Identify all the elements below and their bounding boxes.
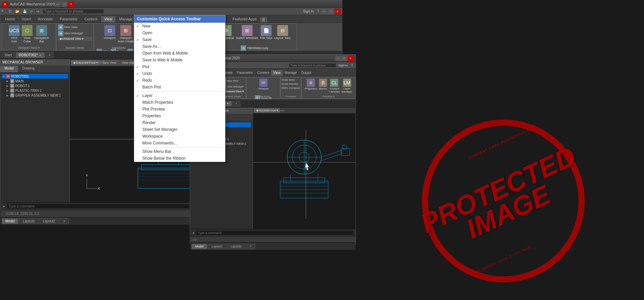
layout-tab-add[interactable]: + (59, 218, 69, 224)
qat-redo[interactable]: ↪ (35, 9, 40, 14)
w2-props-btn[interactable]: ≡ Properties (304, 78, 318, 94)
layout-tab-2[interactable]: Layout2 (39, 218, 59, 224)
switch-windows-button[interactable]: ⊞ Switch Windows (235, 24, 259, 40)
w2-layer-btn[interactable]: LM LayerManager (341, 78, 353, 94)
tab-content[interactable]: Content (81, 16, 101, 22)
help-button[interactable]: ? (316, 9, 320, 14)
doc-tab-robot[interactable]: ROBOT001* ✕ (16, 52, 45, 58)
tree-item-robot1[interactable]: ▶ R ROBOT:1 (2, 83, 68, 88)
panel-tabs: Model Drawing (0, 66, 69, 73)
w2-layout-1[interactable]: Layout1 (208, 244, 226, 249)
w2-viewport-btn[interactable]: VP Viewport (258, 78, 269, 91)
w2-close[interactable]: ✕ (347, 56, 354, 61)
w2-tab-parametric[interactable]: Parametric (235, 70, 255, 76)
close-button[interactable]: ✕ (68, 1, 74, 7)
minimize-button[interactable]: ─ (55, 1, 61, 7)
w2-tab-view[interactable]: View (271, 70, 283, 76)
w2-dwg-compare-btn[interactable]: DWG Compare (281, 86, 301, 90)
w2-scale-area-btn[interactable]: Scale Area (281, 78, 301, 82)
viewport-auto-create-button[interactable]: ⊞ ViewportAuto Create (117, 24, 135, 44)
tab-view[interactable]: View (101, 16, 116, 22)
menu-item-redo[interactable]: ✓Redo (134, 77, 225, 84)
doc-tab-start[interactable]: Start (2, 52, 15, 58)
menu-item-saveas[interactable]: Save As... (134, 43, 225, 50)
tab-annotate[interactable]: Annotate (35, 16, 56, 22)
w2-tab-manage[interactable]: Manage (283, 70, 299, 76)
w2-search[interactable]: Type a keyword or phrase (289, 63, 336, 68)
sign-in-button[interactable]: Sign In (302, 9, 315, 14)
qat-undo[interactable]: ↩ (29, 9, 34, 14)
view-cube-button[interactable]: ⬡ ViewCube (21, 24, 33, 44)
tab-manage[interactable]: Manage (116, 16, 136, 22)
panel-tab-drawing[interactable]: Drawing (18, 66, 39, 72)
qat-open[interactable]: 📂 (14, 9, 21, 14)
menu-item-plotpreview[interactable]: Plot Preview (134, 106, 225, 113)
menu-item-plot[interactable]: ✓Plot (134, 63, 225, 70)
qat-save[interactable]: 💾 (21, 9, 28, 14)
max-btn[interactable]: □ (328, 9, 334, 14)
menu-item-save-web[interactable]: Save to Web & Mobile (134, 57, 225, 63)
w2-scale-monitor-btn[interactable]: Scale Monitor (281, 82, 301, 86)
menu-item-undo[interactable]: ✓Undo (134, 70, 225, 77)
w2-layout-add[interactable]: + (246, 244, 255, 249)
w2-tab-content[interactable]: Content (255, 70, 271, 76)
tab-home[interactable]: Home (2, 16, 18, 22)
menu-item-showmenubar[interactable]: Show Menu Bar (134, 148, 225, 155)
unsaved-view-dropdown[interactable]: ◀ Unsaved View ▾ (58, 37, 92, 41)
menu-item-layer[interactable]: ✓Layer (134, 92, 225, 99)
menu-item-workspace[interactable]: Workspace (134, 133, 225, 140)
w2-blocks-btn[interactable]: B Blocks (318, 78, 328, 94)
menu-item-new[interactable]: ✓New (134, 23, 225, 29)
panel-tab-model[interactable]: Model (0, 66, 18, 72)
w2-max[interactable]: □ (341, 56, 347, 61)
qat-new[interactable]: 🗋 (7, 9, 13, 14)
tree-item-gripper[interactable]: ▶ G GRIPPER ASSEMBLY NEW:1 (2, 93, 68, 98)
menu-item-save[interactable]: ✓Save (134, 36, 225, 43)
navigation-bar-button[interactable]: ⊞ NavigationBar (34, 24, 50, 44)
layout-tab-1[interactable]: Layout1 (19, 218, 39, 224)
tab-insert[interactable]: Insert (18, 16, 35, 22)
layout-tabs-button[interactable]: ⊟ Layout Tabs (274, 24, 291, 40)
tab-more[interactable]: ☰ (260, 17, 267, 22)
file-tabs-button[interactable]: 📄 File Tabs (259, 24, 273, 40)
w2-layout-model[interactable]: Model (192, 244, 207, 249)
menu-item-morecommands[interactable]: More Commands... (134, 140, 225, 146)
menu-item-showbelow[interactable]: Show Below the Ribbon (134, 155, 225, 162)
menu-item-matchprops[interactable]: Match Properties (134, 99, 225, 106)
menu-item-sheetset[interactable]: Sheet Set Manager (134, 126, 225, 133)
w2-help[interactable]: ? (350, 63, 354, 67)
doc-tab-new[interactable]: + (45, 52, 54, 58)
w2-tab-close[interactable]: ✕ (226, 102, 229, 105)
min-btn[interactable]: ─ (321, 9, 327, 14)
ucs-icon-button[interactable]: UCS UCSIcon (8, 24, 20, 44)
menu-item-batchplot[interactable]: Batch Plot (134, 84, 225, 91)
clip-icon: ✂ (97, 49, 102, 52)
tab-featured[interactable]: Featured Apps (229, 16, 260, 22)
menu-item-open-web[interactable]: Open from Web & Mobile (134, 50, 225, 57)
search-box[interactable]: Type a keyword or phrase (43, 9, 104, 14)
menu-item-render[interactable]: Render (134, 119, 225, 126)
w2-min[interactable]: ─ (335, 56, 341, 61)
menu-sep-2 (136, 147, 224, 147)
w2-tab-output[interactable]: Output (299, 70, 313, 76)
w2-cmd-input[interactable] (197, 231, 354, 235)
clip-button[interactable]: ✂Clip (96, 48, 109, 52)
doc-tab-close[interactable]: ✕ (39, 54, 42, 57)
w2-viewports-group: VP Viewport 🔍Zoom All Scale Areas (246, 77, 280, 99)
w2-signin[interactable]: Sign In (337, 63, 349, 67)
view-cube-label: ViewCube (23, 36, 31, 43)
tab-parametric[interactable]: Parametric (56, 16, 81, 22)
layout-tab-model[interactable]: Model (2, 218, 18, 224)
tree-item-robot001[interactable]: ▼ R ROBOT001 (2, 74, 68, 79)
tree-item-tray[interactable]: ▶ P PLASTIC TRAY:1 (2, 88, 68, 93)
menu-item-properties[interactable]: Properties (134, 113, 225, 119)
maximize-button[interactable]: □ (61, 1, 67, 7)
w2-tab-new[interactable]: + (233, 101, 240, 106)
w2-content-btn[interactable]: CL ContentLibraries (328, 78, 340, 94)
viewport-button[interactable]: ⊡ Viewport (103, 24, 116, 44)
menu-item-open[interactable]: Open (134, 29, 225, 36)
x-btn[interactable]: ✕ (335, 9, 341, 14)
tree-item-main[interactable]: ▶ M MAIN (2, 79, 68, 83)
w2-viewport[interactable]: ◀ Unsaved View ▾ [-][Top][2D Wireframe] (253, 107, 356, 229)
w2-layout-2[interactable]: Layout2 (227, 244, 245, 249)
